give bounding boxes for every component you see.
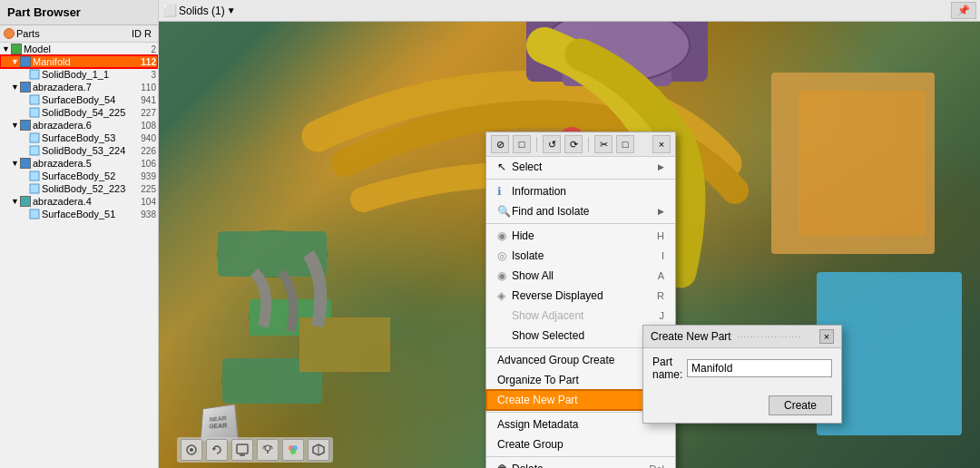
part-color-model: [11, 44, 22, 54]
ctx-advanced-group-label: Advanced Group Create: [497, 354, 614, 366]
part-color-manifold: [20, 56, 31, 67]
ctx-item-find-isolate[interactable]: 🔍 Find and Isolate: [486, 201, 675, 221]
tree-item-solidbody54-225[interactable]: SolidBody_54_225 227: [0, 106, 158, 119]
tree-item-surfacebody52[interactable]: SurfaceBody_52 939: [0, 170, 158, 182]
dialog-part-name-row: Part name:: [652, 356, 832, 381]
ctx-information-label: ℹ Information: [497, 185, 566, 198]
ctx-assign-metadata-label: Assign Metadata: [497, 418, 578, 431]
tree-item-abrazadera6[interactable]: ▼ abrazadera.6 108: [0, 119, 158, 132]
svg-rect-16: [30, 70, 39, 79]
ctx-show-adjacent-inner: Show Adjacent: [497, 309, 583, 322]
dialog-titlebar: Create New Part ··················· ×: [643, 326, 841, 348]
vbt-camera-btn[interactable]: [181, 439, 202, 461]
part-color-ab5: [20, 158, 31, 169]
part-browser-title: Part Browser: [0, 0, 158, 25]
tree-id-sb11: 3: [129, 70, 156, 80]
ctx-tool-undo-icon[interactable]: ↺: [543, 135, 561, 153]
tree-item-abrazadera4[interactable]: ▼ abrazadera.4 104: [0, 195, 158, 208]
part-icon-sb53: [29, 132, 40, 143]
tree-id-ab7: 110: [129, 83, 156, 93]
vbt-display-btn[interactable]: [231, 439, 253, 461]
part-icon-sb11: [29, 69, 40, 80]
ctx-hide-inner: ◉ Hide: [497, 229, 534, 242]
tree-label-ab7: abrazadera.7: [33, 82, 129, 93]
ctx-item-create-group[interactable]: Create Group: [486, 434, 675, 454]
ctx-item-information[interactable]: ℹ Information: [486, 181, 675, 201]
vbt-model-btn[interactable]: [308, 439, 329, 461]
viewer-bottom-toolbar: [177, 437, 333, 463]
ctx-tool-close-icon[interactable]: ×: [652, 135, 671, 153]
part-icon-sb53224: [29, 145, 40, 156]
ctx-tool-box-icon[interactable]: □: [513, 135, 531, 153]
tree-id-sb54: 941: [129, 95, 156, 105]
vbt-colors-btn[interactable]: [282, 439, 304, 461]
tree-item-abrazadera5[interactable]: ▼ abrazadera.5 106: [0, 157, 158, 170]
ctx-item-select[interactable]: ↖ Select: [486, 157, 675, 177]
vbt-light-btn[interactable]: [257, 439, 279, 461]
tree-id-sb54225: 227: [129, 108, 156, 118]
ctx-tool-copy-icon[interactable]: □: [616, 135, 634, 153]
tree-id-sb53: 940: [129, 133, 156, 143]
dialog-create-button[interactable]: Create: [769, 395, 832, 415]
show-all-icon: ◉: [497, 269, 512, 282]
tree-label-sb53224: SolidBody_53_224: [42, 145, 129, 156]
svg-point-38: [290, 449, 296, 454]
ctx-create-new-part-label: Create New Part: [497, 394, 578, 406]
ctx-tool-no-icon[interactable]: ⊘: [491, 135, 509, 153]
dialog-part-name-input[interactable]: [687, 359, 832, 377]
part-tree[interactable]: ▼ Model 2 ▼ Manifold 112 SolidBody_1_1 3…: [0, 43, 158, 468]
tree-item-surfacebody51[interactable]: SurfaceBody_51 938: [0, 208, 158, 220]
tree-item-solidbody53-224[interactable]: SolidBody_53_224 226: [0, 144, 158, 157]
tree-item-surfacebody53[interactable]: SurfaceBody_53 940: [0, 132, 158, 144]
ctx-item-reverse-displayed[interactable]: ◈ Reverse Displayed R: [486, 286, 675, 306]
tree-item-solidbody52-223[interactable]: SolidBody_52_223 225: [0, 182, 158, 195]
ctx-sep-1: [486, 179, 675, 180]
ctx-sep-2: [486, 223, 675, 224]
tree-item-solidbody-1-1[interactable]: SolidBody_1_1 3: [0, 68, 158, 81]
ctx-tool-cut-icon[interactable]: ✂: [594, 135, 612, 153]
svg-line-35: [270, 446, 272, 448]
tree-label-ab6: abrazadera.6: [33, 120, 129, 131]
tree-arrow-model[interactable]: ▼: [2, 44, 11, 54]
solids-dropdown-btn[interactable]: ▼: [227, 5, 236, 15]
tree-item-model[interactable]: ▼ Model 2: [0, 43, 158, 55]
tree-arrow-ab5[interactable]: ▼: [11, 159, 20, 168]
tree-id-sb52: 939: [129, 171, 156, 181]
tree-arrow-ab7[interactable]: ▼: [11, 83, 20, 92]
tree-label-manifold: Manifold: [33, 56, 129, 67]
part-icon-sb52: [29, 171, 40, 181]
ctx-show-selected-inner: Show Selected: [497, 329, 584, 342]
ctx-item-hide[interactable]: ◉ Hide H: [486, 226, 675, 246]
tree-label-sb54225: SolidBody_54_225: [42, 107, 129, 118]
ctx-item-delete[interactable]: 🗑 Delete Del: [486, 459, 675, 468]
tree-item-abrazadera7[interactable]: ▼ abrazadera.7 110: [0, 81, 158, 93]
tree-arrow-manifold[interactable]: ▼: [11, 57, 20, 66]
tree-arrow-ab6[interactable]: ▼: [11, 121, 20, 130]
ctx-tool-redo-icon[interactable]: ⟳: [564, 135, 583, 153]
tree-id-manifold: 112: [129, 57, 156, 67]
hide-icon: ◉: [497, 229, 512, 242]
part-color-ab4: [20, 196, 31, 207]
toolbar-pin-btn[interactable]: 📌: [951, 2, 976, 19]
ctx-item-show-all[interactable]: ◉ Show All A: [486, 266, 675, 286]
tree-arrow-ab4[interactable]: ▼: [11, 197, 20, 206]
nav-cube[interactable]: NEAR GEAR: [200, 405, 236, 441]
tree-item-surfacebody54[interactable]: SurfaceBody_54 941: [0, 93, 158, 106]
ctx-reverse-inner: ◈ Reverse Displayed: [497, 289, 603, 302]
ctx-delete-inner: 🗑 Delete: [497, 463, 544, 468]
tree-item-manifold[interactable]: ▼ Manifold 112: [0, 55, 158, 68]
ctx-select-label: ↖ Select: [497, 161, 542, 173]
dialog-title: Create New Part: [651, 330, 731, 343]
solids-label: Solids (1): [179, 5, 225, 17]
ctx-item-isolate[interactable]: ◎ Isolate I: [486, 246, 675, 266]
tree-id-ab6: 108: [129, 121, 156, 131]
top-toolbar: ⬜ Solids (1) ▼ 📌: [159, 0, 980, 22]
part-icon-sb54225: [29, 107, 40, 118]
color-indicator: [4, 28, 15, 39]
dialog-close-btn[interactable]: ×: [819, 329, 834, 344]
isolate-icon: ◎: [497, 249, 512, 262]
svg-rect-14: [799, 91, 926, 236]
find-icon: 🔍: [497, 205, 512, 218]
vbt-rotate-btn[interactable]: [206, 439, 228, 461]
tree-label-sb52223: SolidBody_52_223: [42, 183, 129, 194]
